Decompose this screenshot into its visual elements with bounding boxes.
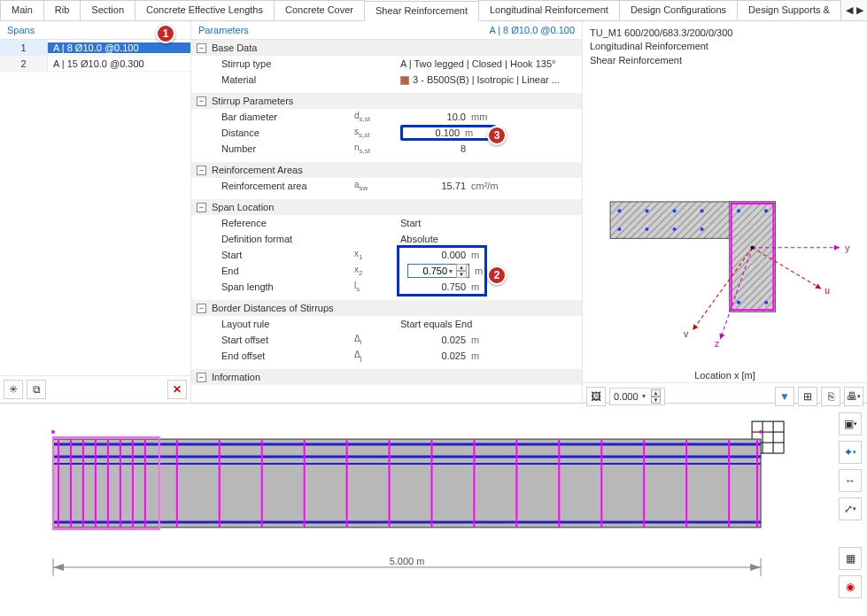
prop-label: Distance bbox=[221, 127, 354, 138]
prop-symbol: ss,st bbox=[354, 127, 400, 139]
group-stirrup-params[interactable]: −Stirrup Parameters bbox=[191, 93, 582, 109]
material-value[interactable]: 3 - B500S(B) | Isotropic | Linear ... bbox=[400, 74, 582, 85]
beam-elevation[interactable]: 5.000 m bbox=[44, 412, 823, 598]
end-value-input[interactable]: ▾ ▲▼ bbox=[407, 264, 469, 278]
tab-shear[interactable]: Shear Reinforcement bbox=[364, 1, 479, 21]
dropdown-icon[interactable]: ▾ bbox=[642, 392, 646, 400]
span-row-label: A | 8 Ø10.0 @0.100 bbox=[48, 42, 190, 53]
step-up-icon[interactable]: ▲ bbox=[651, 389, 662, 397]
prop-symbol: ds,st bbox=[354, 111, 400, 123]
tab-eff-lengths[interactable]: Concrete Effective Lengths bbox=[135, 0, 275, 20]
view-tool-a[interactable]: ▦ bbox=[839, 547, 862, 570]
definition-format-value[interactable]: Absolute bbox=[400, 234, 582, 244]
spans-list: 1 A | 8 Ø10.0 @0.100 2 A | 15 Ø10.0 @0.3… bbox=[0, 40, 190, 375]
prop-label: Bar diameter bbox=[221, 112, 354, 122]
group-information[interactable]: −Information bbox=[191, 369, 582, 385]
layout-rule-value[interactable]: Start equals End bbox=[400, 319, 582, 329]
group-span-location[interactable]: −Span Location bbox=[191, 199, 582, 215]
group-title: Information bbox=[212, 372, 260, 382]
prop-symbol: asw bbox=[354, 180, 400, 192]
preview-title-1: TU_M1 600/200/683.3/200/0/300 bbox=[590, 27, 860, 40]
view-measure-button[interactable]: ↔ bbox=[839, 469, 862, 492]
tab-design-config[interactable]: Design Configurations bbox=[619, 0, 738, 20]
prop-symbol: x2 bbox=[354, 265, 400, 277]
group-reinf-areas[interactable]: −Reinforcement Areas bbox=[191, 162, 582, 178]
svg-marker-59 bbox=[750, 564, 761, 571]
prop-symbol: Δj bbox=[354, 350, 400, 362]
tabs-scroll-left-icon[interactable]: ◀ bbox=[846, 4, 853, 16]
prop-label: End bbox=[221, 266, 354, 276]
callout-1: 1 bbox=[156, 24, 175, 43]
svg-point-60 bbox=[51, 430, 55, 434]
collapse-icon[interactable]: − bbox=[197, 203, 206, 212]
stirrup-type-value[interactable]: A | Two legged | Closed | Hook 135° bbox=[400, 58, 582, 69]
collapse-icon[interactable]: − bbox=[197, 373, 206, 382]
svg-point-6 bbox=[672, 209, 676, 212]
tab-main[interactable]: Main bbox=[0, 0, 44, 20]
span-row[interactable]: 2 A | 15 Ø10.0 @0.300 bbox=[0, 56, 190, 72]
span-length-value: 0.750 bbox=[400, 281, 471, 292]
group-border-distances[interactable]: −Border Distances of Stirrups bbox=[191, 300, 582, 316]
dropdown-icon[interactable]: ▾ bbox=[449, 267, 453, 275]
preview-panel: TU_M1 600/200/683.3/200/0/300 Longitudin… bbox=[583, 21, 867, 403]
svg-point-13 bbox=[701, 227, 704, 231]
tabs-scroll-right-icon[interactable]: ▶ bbox=[856, 4, 863, 16]
svg-point-4 bbox=[617, 209, 621, 212]
reinforcement-area-value: 15.71 bbox=[400, 181, 471, 191]
step-down-icon[interactable]: ▼ bbox=[456, 271, 467, 278]
svg-point-5 bbox=[645, 209, 648, 212]
start-value[interactable]: 0.000 bbox=[400, 250, 471, 260]
view-3d-button[interactable]: ▣▾ bbox=[839, 412, 862, 435]
location-value: 0.000 bbox=[614, 391, 639, 402]
tab-cover[interactable]: Concrete Cover bbox=[274, 0, 365, 20]
new-span-button[interactable]: ✳ bbox=[4, 380, 23, 399]
svg-point-61 bbox=[759, 430, 762, 434]
prop-unit: m bbox=[471, 335, 524, 345]
axis-v-label: v bbox=[684, 329, 689, 339]
bar-diameter-value[interactable]: 10.0 bbox=[400, 112, 471, 122]
group-title: Stirrup Parameters bbox=[212, 96, 293, 106]
spans-panel: Spans 1 A | 8 Ø10.0 @0.100 2 A | 15 Ø10.… bbox=[0, 21, 191, 403]
step-up-icon[interactable]: ▲ bbox=[456, 264, 467, 271]
axis-y-label: y bbox=[845, 243, 850, 253]
number-value[interactable]: 8 bbox=[400, 143, 471, 154]
view-axes-button[interactable]: ✦▾ bbox=[839, 441, 862, 464]
parameters-panel: Parameters A | 8 Ø10.0 @0.100 −Base Data… bbox=[191, 21, 583, 403]
prop-label: Number bbox=[221, 143, 354, 154]
group-title: Reinforcement Areas bbox=[212, 165, 303, 175]
prop-label: Layout rule bbox=[221, 319, 354, 329]
span-row-num: 1 bbox=[0, 40, 48, 55]
collapse-icon[interactable]: − bbox=[197, 43, 206, 53]
svg-point-9 bbox=[764, 209, 768, 212]
prop-label: Start bbox=[221, 250, 354, 260]
view-tool-b[interactable]: ◉ bbox=[839, 575, 862, 598]
tab-design-supports[interactable]: Design Supports & bbox=[737, 0, 841, 20]
end-value-field[interactable] bbox=[410, 266, 447, 276]
collapse-icon[interactable]: − bbox=[197, 166, 206, 175]
group-base-data[interactable]: −Base Data bbox=[191, 40, 582, 56]
prop-label: Material bbox=[221, 74, 354, 85]
copy-span-button[interactable]: ⧉ bbox=[27, 380, 46, 399]
delete-span-button[interactable]: ✕ bbox=[167, 380, 187, 399]
material-swatch-icon bbox=[400, 76, 409, 85]
location-label: Location x [m] bbox=[583, 368, 867, 382]
group-title: Border Distances of Stirrups bbox=[212, 303, 334, 313]
svg-point-14 bbox=[737, 301, 740, 304]
start-offset-value[interactable]: 0.025 bbox=[400, 335, 471, 345]
tab-section[interactable]: Section bbox=[80, 0, 135, 20]
prop-label: Definition format bbox=[221, 234, 354, 244]
end-offset-value[interactable]: 0.025 bbox=[400, 350, 471, 361]
step-down-icon[interactable]: ▼ bbox=[651, 397, 662, 404]
location-dropdown[interactable]: 0.000 ▾ ▲▼ bbox=[609, 388, 665, 405]
tab-rib[interactable]: Rib bbox=[43, 0, 81, 20]
axis-z-label: z bbox=[715, 339, 719, 349]
reference-value[interactable]: Start bbox=[400, 218, 582, 228]
tab-longitudinal[interactable]: Longitudinal Reinforcement bbox=[478, 0, 620, 20]
view-snap-button[interactable]: ⤢▾ bbox=[839, 497, 862, 520]
collapse-icon[interactable]: − bbox=[197, 96, 206, 106]
collapse-icon[interactable]: − bbox=[197, 304, 206, 313]
svg-marker-58 bbox=[53, 564, 64, 571]
prop-symbol: ns,st bbox=[354, 142, 400, 155]
section-preview[interactable]: y u v z bbox=[583, 73, 867, 367]
distance-value[interactable]: 0.100 bbox=[405, 127, 465, 138]
